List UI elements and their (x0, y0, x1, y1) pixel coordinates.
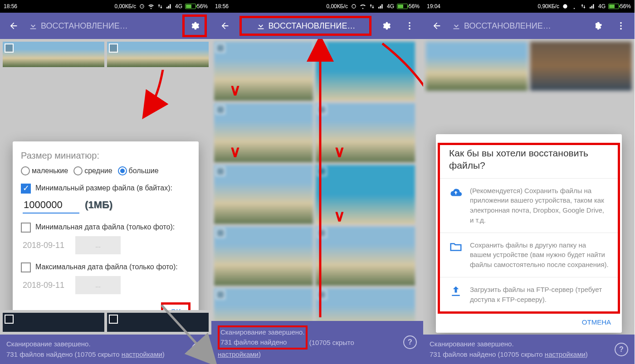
settings-button[interactable] (182, 15, 207, 37)
minsize-label: Минимальный размер файла (в байтах): (35, 184, 190, 193)
back-button[interactable] (428, 17, 446, 35)
wifi-icon (148, 3, 154, 10)
maxdate-value: 2018-09-11 (23, 281, 64, 290)
svg-point-0 (409, 22, 410, 24)
status-time: 18:56 (4, 3, 17, 10)
minsize-input[interactable] (23, 197, 79, 214)
minsize-checkbox[interactable] (21, 184, 31, 194)
content-area: Размер миниатюр: маленькие средние больш… (0, 70, 211, 310)
signal-type: 4G (175, 3, 182, 10)
svg-point-3 (620, 22, 622, 24)
settings-button[interactable] (588, 17, 606, 35)
data-icon (580, 3, 586, 10)
app-toolbar: ВОССТАНОВЛЕНИЕ… (211, 13, 423, 39)
wifi-icon (571, 3, 577, 10)
cancel-button[interactable]: ОТМЕНА (580, 315, 613, 330)
thumbnail[interactable] (107, 42, 209, 67)
alarm-icon (351, 3, 357, 10)
svg-point-5 (620, 28, 622, 30)
settings-link[interactable]: настройками (218, 350, 259, 358)
data-icon (369, 3, 375, 10)
status-bar: 18:56 0,00КБ/с 4G 56% (211, 0, 423, 13)
restore-dialog: Как бы вы хотели восстановить файлы? (Ре… (436, 134, 622, 333)
checkbox-icon[interactable] (109, 44, 118, 53)
battery-indicator: 56% (397, 3, 420, 10)
data-icon (157, 3, 163, 10)
files-found: 731 файлов найдено (430, 350, 496, 358)
status-footer: Сканирование завершено. 731 файлов найде… (0, 335, 211, 364)
ok-button[interactable]: OK (161, 302, 190, 310)
help-button[interactable]: ? (615, 343, 628, 356)
content-area: Как бы вы хотели восстановить файлы? (Ре… (423, 39, 635, 335)
more-button[interactable] (612, 17, 630, 35)
wifi-icon (360, 3, 366, 10)
status-footer: Сканирование завершено. 731 файлов найде… (423, 335, 635, 364)
mindate-picker-button[interactable]: ... (75, 236, 121, 254)
scan-status: Сканирование завершено. (430, 340, 514, 348)
svg-point-2 (409, 28, 410, 30)
download-icon (28, 21, 38, 31)
maxdate-label: Максимальная дата файла (только фото): (35, 262, 190, 272)
option-cloud[interactable]: (Рекомендуется) Сохранить файлы на прило… (440, 178, 618, 233)
net-speed: 0,00КБ/с (114, 3, 136, 10)
files-found: 731 файлов найдено (6, 350, 73, 358)
settings-button[interactable] (377, 17, 395, 35)
radio-large[interactable]: большие (118, 166, 159, 175)
thumbnail[interactable] (3, 313, 104, 332)
thumbnail-strip (423, 39, 635, 93)
battery-indicator: 56% (185, 3, 208, 10)
app-toolbar: ВОССТАНОВЛЕНИЕ… (423, 13, 635, 39)
signal-icon (166, 3, 172, 10)
scan-status: Сканирование завершено. (220, 328, 305, 336)
alarm-icon (139, 3, 145, 10)
settings-link[interactable]: настройками (122, 350, 162, 358)
option-folder[interactable]: Сохранить файлы в другую папку на вашем … (440, 233, 618, 277)
signal-icon (589, 3, 596, 10)
thumbnail-strip (0, 39, 211, 70)
signal-icon (378, 3, 384, 10)
settings-link[interactable]: настройками (545, 350, 586, 358)
content-area[interactable]: ∨ ∨ ∨ ∨ (211, 39, 423, 321)
files-found: 731 файлов найдено (220, 338, 287, 346)
maxdate-checkbox[interactable] (21, 262, 31, 272)
restore-title-button[interactable]: ВОССТАНОВЛЕНИЕ… (239, 16, 371, 36)
svg-point-4 (620, 25, 622, 27)
svg-point-1 (409, 25, 410, 27)
checkbox-icon[interactable] (5, 315, 14, 324)
maxdate-picker-button[interactable]: ... (75, 276, 121, 294)
status-time: 19:04 (427, 3, 440, 10)
thumbnail-strip-bottom (0, 310, 211, 335)
radio-medium[interactable]: средние (73, 166, 112, 175)
checkbox-icon[interactable] (5, 44, 14, 53)
mindate-checkbox[interactable] (21, 223, 31, 233)
checkbox-icon[interactable] (109, 315, 118, 324)
app-toolbar: ВОССТАНОВЛЕНИЕ… (0, 13, 211, 39)
status-bar: 18:56 0,00КБ/с 4G 56% (0, 0, 211, 13)
mindate-label: Минимальная дата файла (только фото): (35, 223, 190, 232)
folder-icon (449, 240, 463, 254)
option-ftp[interactable]: Загрузить файлы на FTP-сервер (требует д… (440, 277, 618, 312)
download-icon (451, 21, 461, 31)
scan-status: Сканирование завершено. (6, 340, 91, 348)
toolbar-title: ВОССТАНОВЛЕНИЕ… (451, 21, 583, 31)
toolbar-title: ВОССТАНОВЛЕНИЕ… (28, 21, 177, 31)
thumbnail[interactable] (3, 42, 104, 67)
help-button[interactable]: ? (403, 335, 417, 349)
dialog-title: Размер миниатюр: (21, 150, 190, 161)
help-button[interactable]: ? (191, 343, 205, 356)
status-time: 18:56 (215, 3, 229, 10)
status-footer: Сканирование завершено. 731 файлов найде… (211, 321, 423, 364)
settings-dialog: Размер миниатюр: маленькие средние больш… (13, 141, 199, 310)
back-button[interactable] (5, 17, 23, 35)
battery-indicator: 56% (608, 3, 631, 10)
cloud-upload-icon (449, 186, 463, 199)
alarm-icon (562, 3, 568, 10)
upload-icon (449, 285, 463, 298)
status-bar: 19:04 0,90КБ/с 4G 56% (423, 0, 635, 13)
dialog-title: Как бы вы хотели восстановить файлы? (440, 147, 618, 178)
thumbnail-grid (211, 39, 423, 321)
thumbnail[interactable] (107, 313, 209, 332)
more-button[interactable] (401, 17, 419, 35)
radio-small[interactable]: маленькие (21, 166, 68, 175)
back-button[interactable] (216, 17, 234, 35)
